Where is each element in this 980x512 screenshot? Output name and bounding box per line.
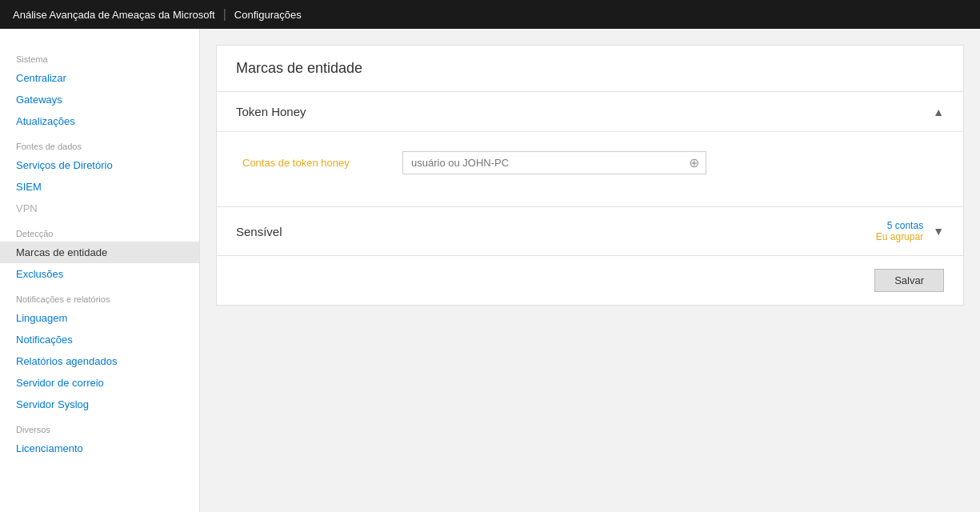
token-honey-title: Token Honey bbox=[236, 105, 306, 118]
sidebar-item-centralizar[interactable]: Centralizar bbox=[0, 67, 199, 89]
add-token-button[interactable]: ⊕ bbox=[682, 152, 706, 174]
save-button[interactable]: Salvar bbox=[874, 269, 944, 292]
layout: Sistema Centralizar Gateways Atualizaçõe… bbox=[0, 29, 980, 512]
chevron-up-icon: ▲ bbox=[933, 106, 944, 118]
sidebar-item-siem[interactable]: SIEM bbox=[0, 176, 199, 198]
main-content: Marcas de entidade Token Honey ▲ Contas … bbox=[200, 29, 980, 512]
save-bar: Salvar bbox=[217, 256, 963, 305]
page-title-bar: Marcas de entidade bbox=[217, 46, 963, 92]
topbar-subtitle: Configurações bbox=[234, 9, 302, 21]
sidebar-item-vpn: VPN bbox=[0, 198, 199, 219]
sensivel-meta: 5 contas Eu agrupar bbox=[876, 220, 923, 242]
token-honey-input-wrap: ⊕ bbox=[402, 151, 706, 174]
sensivel-group: Eu agrupar bbox=[876, 231, 923, 242]
topbar: Análise Avançada de Ameaças da Microsoft… bbox=[0, 0, 980, 29]
sensivel-right: 5 contas Eu agrupar ▼ bbox=[876, 220, 944, 242]
content-area: Marcas de entidade Token Honey ▲ Contas … bbox=[216, 45, 964, 306]
app-title: Análise Avançada de Ameaças da Microsoft bbox=[13, 9, 215, 21]
sensivel-count: 5 contas bbox=[876, 220, 923, 231]
page-title: Marcas de entidade bbox=[236, 60, 944, 77]
sidebar-section-sistema: Sistema bbox=[0, 45, 199, 67]
chevron-down-icon: ▼ bbox=[933, 225, 944, 238]
sidebar-item-servidor-syslog[interactable]: Servidor Syslog bbox=[0, 394, 199, 415]
sidebar-item-linguagem[interactable]: Linguagem bbox=[0, 307, 199, 329]
sensivel-header[interactable]: Sensível 5 contas Eu agrupar ▼ bbox=[217, 207, 963, 255]
sidebar-item-licenciamento[interactable]: Licenciamento bbox=[0, 438, 199, 459]
topbar-divider: | bbox=[223, 7, 226, 22]
token-honey-form-row: Contas de token honey ⊕ bbox=[242, 151, 938, 174]
sidebar-item-exclusoes[interactable]: Exclusões bbox=[0, 263, 199, 285]
sidebar-section-diversos: Diversos bbox=[0, 415, 199, 438]
sidebar: Sistema Centralizar Gateways Atualizaçõe… bbox=[0, 29, 200, 512]
sidebar-item-gateways[interactable]: Gateways bbox=[0, 89, 199, 110]
sidebar-item-relatorios-agendados[interactable]: Relatórios agendados bbox=[0, 350, 199, 372]
sidebar-item-servidor-correio[interactable]: Servidor de correio bbox=[0, 372, 199, 394]
token-honey-header[interactable]: Token Honey ▲ bbox=[217, 92, 963, 132]
sensivel-title: Sensível bbox=[236, 225, 282, 238]
sidebar-item-atualizacoes[interactable]: Atualizações bbox=[0, 110, 199, 132]
sidebar-item-marcas-entidade[interactable]: Marcas de entidade bbox=[0, 242, 199, 263]
sensivel-section: Sensível 5 contas Eu agrupar ▼ bbox=[217, 207, 963, 256]
token-honey-input[interactable] bbox=[403, 152, 682, 174]
sidebar-section-notificacoes: Notificações e relatórios bbox=[0, 285, 199, 307]
token-honey-label: Contas de token honey bbox=[242, 157, 402, 169]
sidebar-item-notificacoes[interactable]: Notificações bbox=[0, 329, 199, 350]
sidebar-section-deteccao: Detecção bbox=[0, 219, 199, 242]
sidebar-item-servicos-diretorio[interactable]: Serviços de Diretório bbox=[0, 154, 199, 176]
sidebar-section-fontes: Fontes de dados bbox=[0, 132, 199, 154]
token-honey-body: Contas de token honey ⊕ bbox=[217, 132, 963, 206]
token-honey-section: Token Honey ▲ Contas de token honey ⊕ bbox=[217, 92, 963, 207]
